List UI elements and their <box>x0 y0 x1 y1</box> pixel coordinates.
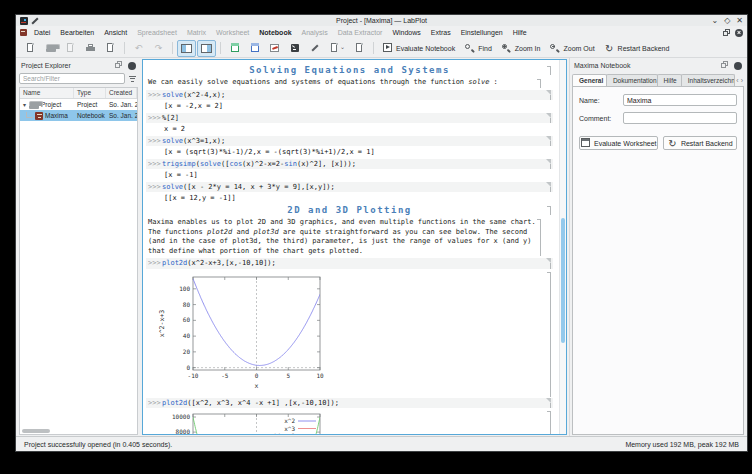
document-open-icon <box>45 43 56 54</box>
restart-backend-button[interactable]: ↻ Restart Backend <box>663 136 737 150</box>
project-explorer-panel: Project Explorer NameTypeCreated ▾Projec… <box>16 58 140 436</box>
tree-row-project[interactable]: ▾ProjectProjectSo. Jan. 2 18: <box>20 99 137 110</box>
data-extractor-button[interactable] <box>305 40 324 57</box>
result-cell: [x = -1] <box>164 171 553 180</box>
notebook-view[interactable]: Solving Equations and SystemsWe can easi… <box>143 60 559 434</box>
svg-text:0: 0 <box>186 363 190 370</box>
float-panel-icon[interactable] <box>114 60 125 71</box>
evaluate-notebook-label: Evaluate Notebook <box>396 45 455 52</box>
menu-ansicht[interactable]: Ansicht <box>99 28 132 37</box>
menu-spreadsheet: Spreadsheet <box>132 28 182 37</box>
column-header-created[interactable]: Created <box>106 88 137 98</box>
menu-matrix: Matrix <box>182 28 211 37</box>
new-matrix-button[interactable] <box>245 40 264 57</box>
find-button[interactable]: Find <box>460 40 496 57</box>
scrollbar-thumb[interactable] <box>561 218 565 343</box>
prompt: >>> <box>146 259 162 268</box>
project-tree-header[interactable]: NameTypeCreated <box>20 88 137 99</box>
evaluate-notebook-button[interactable]: Evaluate Notebook <box>378 40 459 57</box>
close-button[interactable]: ✕ <box>736 17 743 25</box>
status-message: Project successfully opened (in 0.405 se… <box>24 441 172 448</box>
panel-menu-icon[interactable] <box>734 62 742 70</box>
print-button[interactable] <box>81 40 100 57</box>
comment-field[interactable] <box>623 112 737 124</box>
tab-scroll-right-icon[interactable]: › <box>741 77 743 84</box>
restore-subwindow-icon[interactable] <box>723 29 731 37</box>
minimize-button[interactable]: ⌄ <box>711 17 718 25</box>
document-caret-icon: ⌄ <box>329 43 340 54</box>
export-button[interactable] <box>101 40 120 57</box>
command-cell[interactable]: >>>solve(x^2-4,x); <box>146 90 553 101</box>
save-project-button <box>61 40 80 57</box>
project-explorer-title: Project Explorer <box>21 62 111 69</box>
memory-status: Memory used 192 MB, peak 192 MB <box>625 441 739 448</box>
toggle-properties-explorer-button[interactable] <box>197 40 216 57</box>
zoom-out-button[interactable]: Zoom Out <box>545 40 598 57</box>
cell-bracket <box>547 141 551 147</box>
filter-icon[interactable] <box>127 73 138 84</box>
new-document-dropdown-button[interactable]: ⌄ <box>325 40 349 57</box>
search-input[interactable] <box>19 73 125 84</box>
restart-backend-button[interactable]: ↻Restart Backend <box>600 40 674 57</box>
result-cell: [x = -2,x = 2] <box>164 102 553 111</box>
notebook-scrollbar[interactable] <box>559 60 566 434</box>
new-folder-button[interactable] <box>350 40 369 57</box>
tab-scroll-left-icon[interactable]: ‹ <box>736 77 738 84</box>
item-name: Maxima <box>45 112 68 119</box>
properties-tabbar: GeneralDokumentationHilfeInhaltsverzeich… <box>572 72 744 86</box>
new-project-button[interactable] <box>21 40 40 57</box>
zoom-in-button[interactable]: Zoom In <box>497 40 545 57</box>
column-header-type[interactable]: Type <box>74 88 106 98</box>
command-cell[interactable]: >>>%[2] <box>146 113 553 124</box>
cell-bracket <box>547 95 551 101</box>
tab-general[interactable]: General <box>572 74 607 86</box>
menu-bearbeiten[interactable]: Bearbeiten <box>55 28 99 37</box>
menu-extras[interactable]: Extras <box>426 28 456 37</box>
command-cell[interactable]: >>>solve([x - 2*y = 14, x + 3*y = 9],[x,… <box>146 182 553 193</box>
content-area: Project Explorer NameTypeCreated ▾Projec… <box>16 58 747 436</box>
tab-hilfe[interactable]: Hilfe <box>657 74 682 86</box>
maximize-button[interactable]: ◇ <box>724 17 730 25</box>
open-project-button[interactable] <box>41 40 60 57</box>
titlebar[interactable]: Project - [Maxima] — LabPlot ⌄ ◇ ✕ <box>16 15 747 26</box>
close-subwindow-icon[interactable] <box>735 29 743 37</box>
item-name: Project <box>41 101 61 108</box>
expander-icon[interactable]: ▾ <box>23 101 26 108</box>
tab-dokumentation[interactable]: Dokumentation <box>606 74 658 86</box>
new-notebook-button[interactable] <box>285 40 304 57</box>
float-panel-icon[interactable] <box>720 60 731 71</box>
notebook-paragraph[interactable]: We can easily solve equations and system… <box>148 78 543 88</box>
column-header-name[interactable]: Name <box>20 88 74 98</box>
panel-menu-icon[interactable] <box>128 62 136 70</box>
menu-windows[interactable]: Windows <box>387 28 425 37</box>
evaluate-worksheet-button[interactable]: Evaluate Worksheet <box>579 136 658 150</box>
magnifier-icon <box>464 43 475 54</box>
command-cell[interactable]: >>>solve(x^3=1,x); <box>146 136 553 147</box>
menu-notebook[interactable]: Notebook <box>254 28 296 37</box>
statusbar: Project successfully opened (in 0.405 se… <box>16 436 747 451</box>
toggle-project-explorer-button[interactable] <box>177 40 196 57</box>
svg-text:80: 80 <box>183 300 191 307</box>
menu-datei[interactable]: Datei <box>29 28 55 37</box>
command-cell[interactable]: >>>trigsimp(solve([cos(x)^2-x=2-sin(x)^2… <box>146 159 553 170</box>
new-spreadsheet-button[interactable] <box>225 40 244 57</box>
menu-einstellungen[interactable]: Einstellungen <box>456 28 508 37</box>
notebook-heading: 2D and 3D Plotting <box>146 205 553 215</box>
result-cell: [[x = 12,y = -1]] <box>164 194 553 203</box>
redo-icon: ↷ <box>153 43 164 54</box>
tab-inhaltsverzeichn[interactable]: Inhaltsverzeichn <box>681 74 736 86</box>
command-cell[interactable]: >>>plot2d(x^2-x+3,[x,-10,10]); <box>146 258 553 269</box>
name-field[interactable] <box>623 94 737 106</box>
properties-header[interactable]: Maxima Notebook <box>572 59 744 71</box>
panel-left-icon <box>181 43 192 54</box>
notebook-paragraph[interactable]: Maxima enables us to plot 2D and 3D grap… <box>148 218 543 256</box>
window-title: Project - [Maxima] — LabPlot <box>140 17 623 24</box>
svg-text:x^2: x^2 <box>284 417 295 424</box>
menu-hilfe[interactable]: Hilfe <box>508 28 532 37</box>
screen: Project - [Maxima] — LabPlot ⌄ ◇ ✕ Datei… <box>0 0 752 474</box>
horizontal-scrollbar[interactable] <box>22 429 50 433</box>
command-cell[interactable]: >>>plot2d([x^2, x^3, x^4 -x +1] ,[x,-10,… <box>146 398 553 409</box>
tree-row-maxima[interactable]: MaximaNotebookSo. Jan. 2 18: <box>20 110 137 121</box>
new-worksheet-button[interactable] <box>265 40 284 57</box>
project-explorer-header[interactable]: Project Explorer <box>19 59 138 71</box>
